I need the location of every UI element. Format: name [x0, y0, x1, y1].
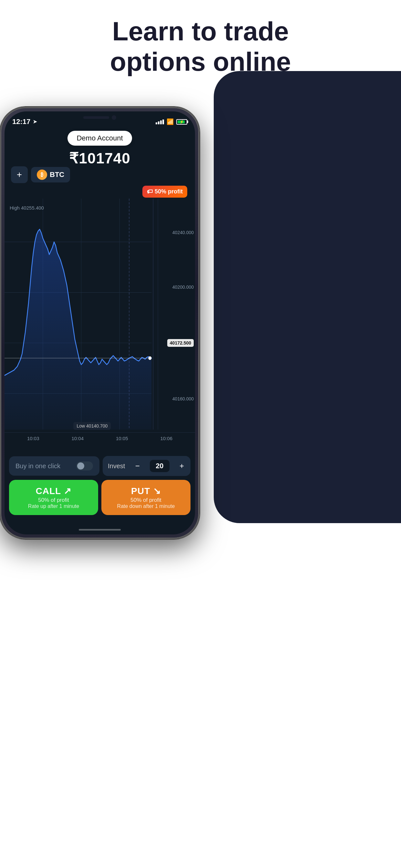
buy-one-click-label: Buy in one click [16, 462, 60, 470]
asset-bar: + ₿ BTC [11, 166, 70, 183]
call-profit-label: 50% of profit [12, 497, 95, 503]
invest-label: Invest [108, 462, 125, 470]
call-button[interactable]: CALL ↗ 50% of profit Rate up after 1 min… [9, 480, 98, 515]
asset-name: BTC [50, 170, 64, 179]
put-button[interactable]: PUT ↘ 50% of profit Rate down after 1 mi… [101, 480, 190, 515]
notch-speaker [83, 116, 109, 119]
notch-camera [112, 115, 116, 120]
call-rate-label: Rate up after 1 minute [12, 503, 95, 509]
buy-one-click-panel: Buy in one click [9, 456, 99, 476]
wifi-icon: 📶 [166, 118, 174, 125]
buy-toggle-row: Buy in one click Invest − 20 + [9, 456, 190, 476]
put-main-label: PUT ↘ [104, 486, 187, 496]
invest-value: 20 [150, 460, 169, 472]
phone-screen: 12:17 ➤ 📶 ⚡ [4, 112, 195, 534]
account-balance: ₹101740 [69, 150, 130, 167]
chart-area: High 40255.400 40240.000 40200.000 40172… [4, 198, 195, 444]
invest-panel: Invest − 20 + [103, 456, 190, 476]
signal-bar-3 [160, 120, 162, 124]
time-4: 10:06 [160, 436, 173, 441]
main-phone: 12:17 ➤ 📶 ⚡ [0, 106, 201, 546]
main-heading: Learn to trade options online [0, 16, 401, 77]
signal-bar-4 [162, 120, 164, 124]
phone-frame: 12:17 ➤ 📶 ⚡ [0, 106, 200, 539]
grid-labels: 40240.000 40200.000 40172.500 40160.000 [167, 198, 194, 432]
profit-icon: 🏷 [147, 188, 153, 195]
status-icons: 📶 ⚡ [156, 118, 187, 125]
profit-label: 50% profit [155, 188, 183, 195]
btc-icon: ₿ [37, 169, 47, 180]
time-display: 12:17 [12, 118, 30, 126]
invest-plus-button[interactable]: + [178, 461, 185, 470]
grid-label-2: 40200.000 [167, 284, 194, 290]
low-label: Low 40140.700 [73, 422, 111, 430]
invest-minus-button[interactable]: − [134, 461, 141, 470]
buy-one-click-toggle[interactable] [76, 461, 93, 470]
svg-point-11 [148, 356, 151, 360]
time-2: 10:04 [71, 436, 84, 441]
notch [71, 112, 129, 124]
action-buttons: CALL ↗ 50% of profit Rate up after 1 min… [9, 480, 190, 515]
signal-bar-1 [156, 122, 157, 124]
time-axis: 10:03 10:04 10:05 10:06 [4, 432, 195, 444]
signal-bar-2 [158, 121, 159, 124]
grid-label-3: 40160.000 [167, 396, 194, 401]
put-profit-label: 50% of profit [104, 497, 187, 503]
battery-lightning: ⚡ [180, 120, 184, 124]
profit-badge: 🏷 50% profit [143, 186, 187, 197]
put-rate-label: Rate down after 1 minute [104, 503, 187, 509]
add-asset-button[interactable]: + [11, 166, 28, 183]
high-label: High 40255.400 [10, 205, 44, 211]
signal-bars [156, 120, 164, 124]
time-3: 10:05 [116, 436, 128, 441]
heading-line2: options online [110, 47, 291, 76]
battery-icon: ⚡ [176, 119, 187, 125]
time-1: 10:03 [27, 436, 39, 441]
location-icon: ➤ [33, 119, 37, 125]
home-indicator [79, 529, 121, 531]
heading-line1: Learn to trade [112, 17, 289, 46]
demo-account-badge[interactable]: Demo Account [67, 131, 132, 146]
grid-label-1: 40240.000 [167, 230, 194, 235]
current-price-label: 40172.500 [167, 339, 194, 347]
price-chart-svg [4, 198, 195, 444]
toggle-knob [77, 462, 84, 469]
account-section: Demo Account ₹101740 [4, 131, 195, 167]
call-main-label: CALL ↗ [12, 486, 95, 496]
bottom-controls: Buy in one click Invest − 20 + [4, 456, 195, 515]
status-time: 12:17 ➤ [12, 118, 37, 126]
asset-selector-button[interactable]: ₿ BTC [31, 167, 70, 182]
dark-bg-panel [214, 71, 401, 523]
